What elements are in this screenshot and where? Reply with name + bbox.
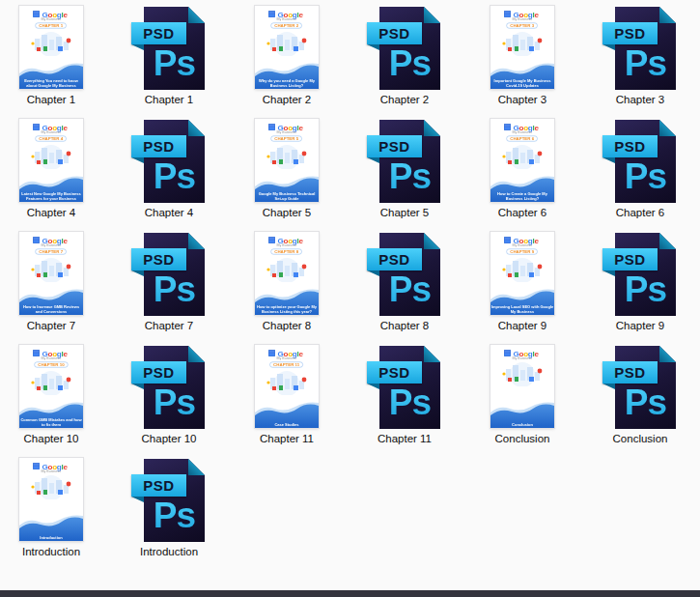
psd-file-icon[interactable]: PSD Ps <box>367 5 442 92</box>
file-item[interactable]: Google My Business CHAPTER 7 <box>0 230 110 343</box>
psd-file-icon[interactable]: PSD Ps <box>131 231 207 318</box>
psd-banner-flap <box>602 157 615 163</box>
ebook-cover-thumbnail[interactable]: Google My Business CHAPTER 10 <box>19 345 83 428</box>
file-label[interactable]: Chapter 10 <box>142 433 197 445</box>
psd-file-icon[interactable]: PSD Ps <box>131 344 207 431</box>
psd-file-icon[interactable]: PSD Ps <box>602 5 678 92</box>
brand-subtitle: My Business <box>277 16 296 18</box>
thumbnail-slot: Google My Business <box>19 456 83 545</box>
file-item[interactable]: Google My Business CHAPTER 1 <box>0 4 110 117</box>
photoshop-ps-logo: Ps <box>615 153 676 201</box>
file-label[interactable]: Chapter 7 <box>145 320 194 332</box>
psd-file-icon[interactable]: PSD Ps <box>131 118 207 205</box>
file-item[interactable]: PSD Ps Chapter 5 <box>346 117 463 230</box>
file-item[interactable]: Google My Business CHAPTER 11 <box>228 343 346 456</box>
file-item[interactable]: Google My Business CHAPTER 10 <box>0 343 110 456</box>
file-item[interactable]: PSD Ps Chapter 4 <box>110 117 228 230</box>
file-label[interactable]: Chapter 9 <box>498 320 547 332</box>
file-label[interactable]: Chapter 1 <box>27 94 76 106</box>
ebook-cover-thumbnail[interactable]: Google My Business <box>490 345 554 428</box>
file-item[interactable]: Google My Business CHAPTER 4 <box>0 117 110 230</box>
gmb-storefront-icon <box>33 463 40 469</box>
psd-file-icon[interactable]: PSD Ps <box>602 118 678 205</box>
psd-file-icon[interactable]: PSD Ps <box>367 344 442 431</box>
file-label[interactable]: Chapter 10 <box>24 433 79 445</box>
file-item[interactable]: Google My Business CHAPTER 8 <box>228 230 346 343</box>
psd-file-icon[interactable]: PSD Ps <box>602 231 678 318</box>
psd-file-icon[interactable]: PSD Ps <box>367 118 442 205</box>
file-label[interactable]: Chapter 1 <box>145 94 194 106</box>
page-fold-corner <box>424 346 440 362</box>
file-item[interactable]: Google My Business CHAPTER 2 <box>228 4 346 117</box>
ebook-cover-thumbnail[interactable]: Google My Business CHAPTER 9 <box>490 232 554 315</box>
ebook-cover-thumbnail[interactable]: Google My Business CHAPTER 2 <box>255 6 319 89</box>
file-item[interactable]: Google My Business CHAPTER 9 <box>463 230 581 343</box>
file-item[interactable]: PSD Ps Chapter 2 <box>346 4 463 117</box>
psd-file-icon[interactable]: PSD Ps <box>367 231 442 318</box>
chapter-badge: CHAPTER 8 <box>271 248 303 254</box>
psd-file-icon[interactable]: PSD Ps <box>131 457 207 544</box>
file-label[interactable]: Chapter 4 <box>27 207 76 219</box>
file-label[interactable]: Conclusion <box>613 433 668 445</box>
photoshop-ps-logo: Ps <box>379 266 440 314</box>
thumbnail-slot: PSD Ps <box>602 343 678 432</box>
file-label[interactable]: Introduction <box>22 546 80 558</box>
file-label[interactable]: Chapter 9 <box>616 320 665 332</box>
ebook-cover-thumbnail[interactable]: Google My Business CHAPTER 8 <box>255 232 319 315</box>
gmb-storefront-icon <box>504 350 511 356</box>
photoshop-ps-logo: Ps <box>379 379 440 427</box>
file-item[interactable]: Google My Business <box>0 456 110 569</box>
file-label[interactable]: Chapter 4 <box>145 207 194 219</box>
chapter-badge: CHAPTER 5 <box>271 135 303 141</box>
file-item[interactable]: PSD Ps Chapter 8 <box>346 230 463 343</box>
ebook-cover-thumbnail[interactable]: Google My Business CHAPTER 6 <box>490 119 554 202</box>
cover-title: How to Create a Google My Business Listi… <box>490 191 554 201</box>
psd-banner-flap <box>602 270 615 276</box>
file-label[interactable]: Chapter 6 <box>498 207 547 219</box>
file-label[interactable]: Chapter 5 <box>380 207 430 219</box>
ebook-cover-thumbnail[interactable]: Google My Business CHAPTER 3 <box>490 6 554 89</box>
ebook-cover-thumbnail[interactable]: Google My Business CHAPTER 1 <box>19 6 83 89</box>
psd-banner-flap <box>131 384 144 389</box>
file-item[interactable]: Google My Business <box>463 343 581 456</box>
chapter-badge: CHAPTER 6 <box>507 135 539 141</box>
file-item[interactable]: PSD Ps Chapter 1 <box>110 4 228 117</box>
ebook-cover-thumbnail[interactable]: Google My Business CHAPTER 4 <box>19 119 83 202</box>
ebook-cover-thumbnail[interactable]: Google My Business CHAPTER 11 <box>255 345 319 428</box>
file-item[interactable]: PSD Ps Chapter 9 <box>581 230 699 343</box>
ebook-cover-thumbnail[interactable]: Google My Business CHAPTER 5 <box>255 119 319 202</box>
file-item[interactable]: PSD Ps Chapter 6 <box>581 117 699 230</box>
file-label[interactable]: Conclusion <box>495 433 550 445</box>
file-item[interactable]: PSD Ps Chapter 11 <box>346 343 463 456</box>
chapter-badge: CHAPTER 7 <box>36 248 68 254</box>
file-label[interactable]: Chapter 2 <box>263 94 312 106</box>
file-item[interactable]: Google My Business CHAPTER 5 <box>228 117 346 230</box>
brand-letter: e <box>64 349 68 357</box>
file-item[interactable]: Google My Business CHAPTER 3 <box>463 4 581 117</box>
page-fold-corner <box>188 120 205 136</box>
psd-file-icon[interactable]: PSD Ps <box>602 344 678 431</box>
cover-illustration <box>23 474 79 499</box>
page-fold-corner <box>424 120 440 136</box>
file-label[interactable]: Chapter 8 <box>263 320 312 332</box>
file-item[interactable]: PSD Ps Introduction <box>110 456 228 569</box>
file-label[interactable]: Introduction <box>140 546 198 558</box>
file-label[interactable]: Chapter 3 <box>498 94 547 106</box>
psd-file-icon[interactable]: PSD Ps <box>131 5 207 92</box>
file-label[interactable]: Chapter 3 <box>616 94 665 106</box>
file-label[interactable]: Chapter 6 <box>616 207 665 219</box>
ebook-cover-thumbnail[interactable]: Google My Business CHAPTER 7 <box>19 232 83 315</box>
ebook-cover-thumbnail[interactable]: Google My Business <box>19 458 83 541</box>
file-label[interactable]: Chapter 2 <box>380 94 430 106</box>
file-item[interactable]: PSD Ps Conclusion <box>581 343 699 456</box>
file-item[interactable]: PSD Ps Chapter 10 <box>110 343 228 456</box>
file-label[interactable]: Chapter 11 <box>260 433 314 445</box>
file-label[interactable]: Chapter 5 <box>263 207 312 219</box>
file-label[interactable]: Chapter 7 <box>27 320 76 332</box>
file-item[interactable]: PSD Ps Chapter 3 <box>581 4 699 117</box>
file-label[interactable]: Chapter 11 <box>378 433 432 445</box>
file-item[interactable]: PSD Ps Chapter 7 <box>110 230 228 343</box>
file-label[interactable]: Chapter 8 <box>380 320 430 332</box>
file-item[interactable]: Google My Business CHAPTER 6 <box>463 117 581 230</box>
brand-letter: e <box>535 236 539 244</box>
